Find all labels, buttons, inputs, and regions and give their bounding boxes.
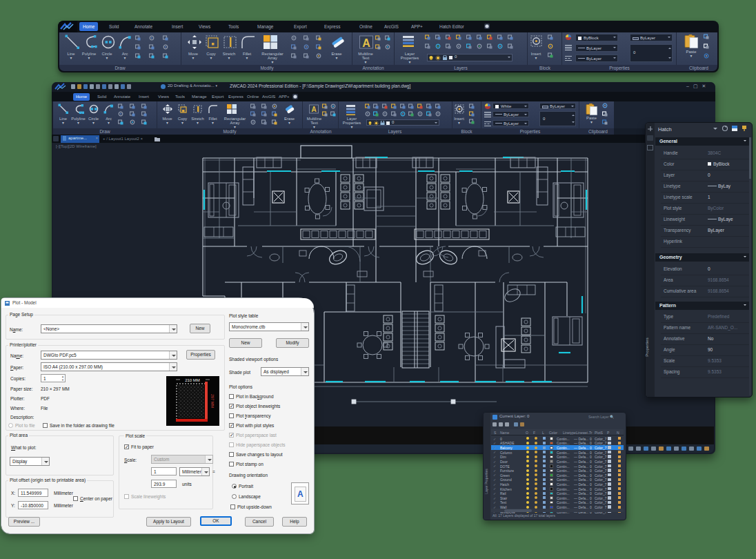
- svg-text:A: A: [362, 37, 370, 49]
- svg-text:A: A: [311, 106, 316, 113]
- svg-text:210 MM: 210 MM: [185, 378, 200, 382]
- svg-text:297 MM: 297 MM: [210, 394, 215, 408]
